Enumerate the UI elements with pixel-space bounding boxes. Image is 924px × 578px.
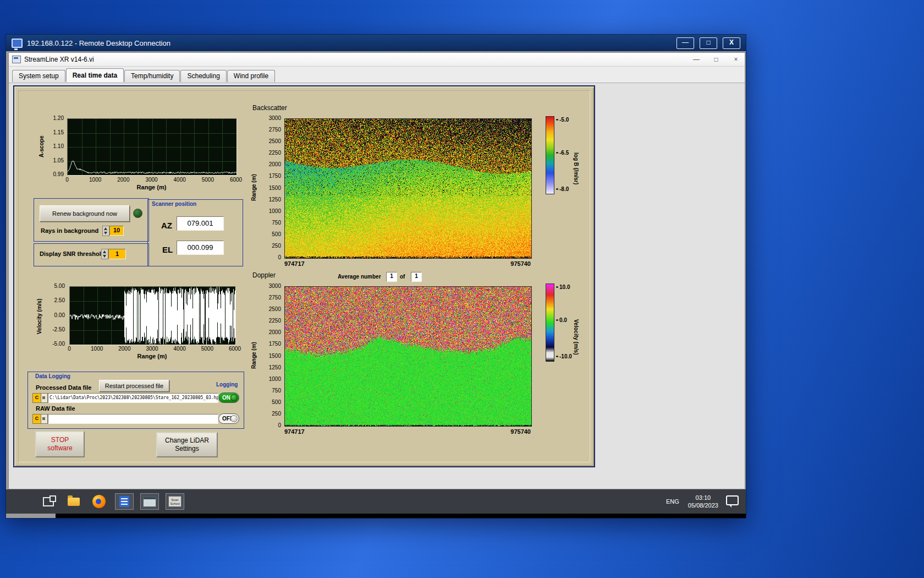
colorbar-tick-label: -5.0 (556, 116, 569, 122)
snr-value-field[interactable]: 1 (108, 249, 126, 259)
velocity-plot (69, 286, 236, 345)
scanner-position-group: Scanner position AZ 079.001 EL 000.099 (147, 199, 243, 266)
ascope-plot (67, 118, 237, 176)
rays-value-field[interactable]: 10 (109, 226, 124, 236)
rdp-minimize-button[interactable]: — (676, 37, 694, 49)
colorbar-tick-label: -6.5 (556, 149, 569, 155)
restart-processed-file-button[interactable]: Restart processed file (99, 380, 169, 392)
rdp-close-button[interactable]: X (723, 37, 740, 49)
tab-system-setup[interactable]: System setup (12, 70, 65, 82)
backscatter-colorbar-label: log B (/m/sr) (573, 133, 579, 204)
tick-label: 5000 (201, 346, 213, 352)
rays-spinner[interactable] (102, 226, 109, 236)
tick-label: 0 (278, 255, 281, 260)
scan-scheduler-icon[interactable]: Scan Sched (166, 493, 184, 510)
processed-browse-icon[interactable] (41, 393, 48, 403)
tick-label: 500 (272, 232, 281, 237)
data-logging-group: Data Logging Processed Data file Restart… (28, 372, 244, 429)
processed-logging-toggle[interactable]: ON (218, 392, 239, 403)
logging-label: Logging (216, 381, 238, 388)
tick-label: 0.00 (54, 313, 65, 318)
tick-label: 1750 (269, 341, 281, 347)
background-led-indicator (133, 209, 142, 218)
remote-desktop-icon (12, 39, 23, 48)
tick-label: 5000 (202, 177, 214, 183)
tab-bar: System setupReal time dataTemp/humidityS… (9, 67, 745, 83)
tick-label: 1750 (269, 173, 281, 179)
backscatter-colorbar (546, 116, 554, 194)
document-app-icon[interactable] (115, 493, 134, 510)
change-button-line2: Settings (175, 445, 199, 453)
raw-logging-toggle[interactable]: OFF (218, 413, 239, 424)
processed-data-file-label: Processed Data file (36, 384, 92, 391)
backscatter-heatmap (284, 118, 532, 259)
processed-path-field[interactable]: C:\Lidar\Data\Proc\2023\202308\20230805\… (48, 393, 218, 403)
doppler-x-start: 974717 (284, 428, 305, 435)
tab-scheduling[interactable]: Scheduling (180, 70, 226, 82)
stop-button-line2: software (47, 444, 72, 452)
tab-wind-profile[interactable]: Wind profile (227, 70, 275, 82)
app-titlebar[interactable]: StreamLine XR v14-6.vi — □ × (9, 53, 745, 67)
backscatter-y-axis-label: Range (m) (251, 166, 257, 210)
app-restore-button[interactable]: □ (711, 56, 722, 63)
renew-background-button[interactable]: Renew background now (40, 205, 130, 222)
rdp-maximize-button[interactable]: □ (700, 37, 717, 49)
tick-label: 2000 (269, 162, 281, 167)
tick-label: 2750 (269, 295, 281, 301)
average-number-field[interactable]: 1 (386, 272, 397, 282)
taskbar: Scan Sched ENG 03:10 05/08/2023 (6, 489, 746, 514)
snr-spinner[interactable] (101, 249, 108, 259)
language-indicator[interactable]: ENG (662, 495, 684, 508)
colorbar-tick-label: 0.0 (556, 317, 567, 323)
app-title: StreamLine XR v14-6.vi (24, 56, 94, 63)
velocity-y-axis-label: Velocity (m/s) (36, 293, 42, 340)
stop-button-line1: STOP (51, 436, 69, 444)
tick-label: 2500 (269, 139, 281, 144)
task-view-icon[interactable] (39, 493, 58, 510)
backscatter-x-start: 974717 (284, 260, 305, 267)
snr-threshold-label: Display SNR threshold (40, 250, 105, 257)
file-explorer-icon[interactable] (64, 493, 83, 510)
rdp-titlebar[interactable]: 192.168.0.122 - Remote Desktop Connectio… (6, 35, 746, 51)
tab-real-time-data[interactable]: Real time data (66, 68, 124, 82)
notification-chat-icon[interactable] (726, 495, 739, 505)
clock[interactable]: 03:10 05/08/2023 (684, 494, 723, 509)
scan-icon-label1: Scan (169, 498, 181, 502)
tick-label: -2.50 (52, 327, 65, 332)
stop-software-button[interactable]: STOP software (35, 431, 85, 457)
firefox-icon[interactable] (90, 493, 108, 510)
tick-label: 0 (278, 423, 281, 428)
app-close-button[interactable]: × (730, 56, 741, 63)
tick-label: 1000 (91, 346, 103, 352)
active-app-window-icon[interactable] (140, 493, 159, 510)
tab-temp-humidity[interactable]: Temp/humidity (124, 70, 180, 82)
raw-browse-icon[interactable] (41, 414, 48, 424)
tick-label: 500 (272, 400, 281, 405)
average-of-field[interactable]: 1 (411, 272, 422, 282)
raw-path-field[interactable] (48, 414, 218, 424)
ascope-yticks: 1.201.151.101.050.99 (45, 118, 65, 175)
scan-icon-label2: Sched (169, 502, 181, 506)
tick-label: 1.20 (53, 116, 64, 121)
desktop: 192.168.0.122 - Remote Desktop Connectio… (0, 0, 924, 578)
doppler-colorbar (546, 283, 554, 362)
colorbar-tick-label: 10.0 (556, 283, 570, 290)
main-panel: A-scope 1.201.151.101.050.99 01000200030… (13, 85, 595, 467)
processed-drive-box[interactable]: C (32, 393, 41, 403)
tick-label: 0 (68, 346, 71, 352)
app-minimize-button[interactable]: — (691, 56, 702, 63)
tick-label: 1.10 (53, 144, 64, 149)
raw-drive-box[interactable]: C (32, 414, 41, 424)
tick-label: 5.00 (54, 283, 65, 289)
backscatter-title: Backscatter (252, 104, 287, 112)
vel-yticks: 5.002.500.00-2.50-5.00 (45, 286, 66, 344)
change-lidar-settings-button[interactable]: Change LiDAR Settings (156, 432, 218, 457)
app-window-controls: — □ × (691, 56, 741, 63)
tick-label: 2000 (117, 177, 129, 183)
bs-cbticks: -5.0-6.5-8.0 (554, 116, 573, 193)
tick-label: 1000 (269, 377, 281, 382)
doppler-colorbar-label: Velocity (m/s) (573, 301, 579, 373)
app-content: A-scope 1.201.151.101.050.99 01000200030… (9, 83, 745, 489)
rdp-title: 192.168.0.122 - Remote Desktop Connectio… (27, 39, 170, 47)
tick-label: 2000 (118, 346, 130, 352)
